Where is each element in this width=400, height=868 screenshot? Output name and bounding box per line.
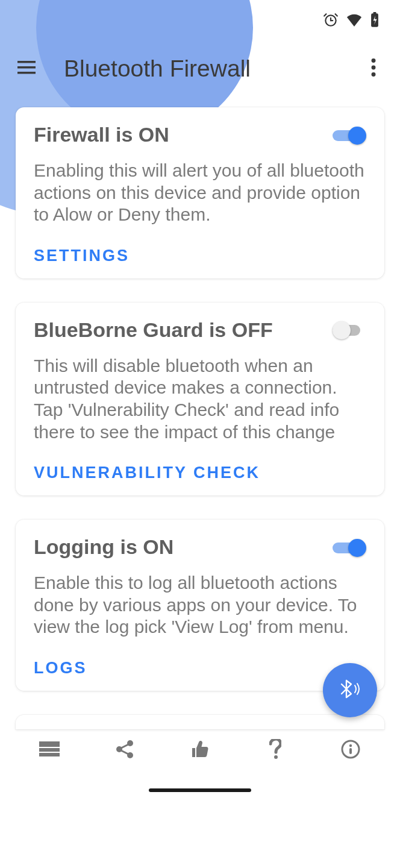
battery-charging-icon: [370, 12, 380, 28]
svg-point-8: [372, 66, 376, 70]
svg-rect-5: [17, 66, 36, 69]
gesture-bar: [149, 788, 251, 792]
nav-list-button[interactable]: [35, 736, 64, 765]
svg-point-18: [349, 744, 351, 747]
svg-point-16: [274, 755, 278, 759]
bluetooth-radar-fab[interactable]: [323, 663, 377, 717]
nav-info-button[interactable]: [336, 736, 365, 765]
logging-toggle[interactable]: [333, 538, 366, 557]
svg-rect-3: [373, 12, 377, 14]
svg-rect-10: [39, 741, 60, 747]
menu-button[interactable]: [12, 54, 41, 83]
bluetooth-broadcast-icon: [338, 677, 362, 703]
hamburger-icon: [17, 61, 36, 77]
logs-button[interactable]: LOGS: [34, 659, 366, 678]
more-vertical-icon: [371, 58, 376, 79]
svg-rect-4: [17, 61, 36, 63]
wifi-icon: [346, 13, 363, 27]
list-icon: [39, 741, 60, 760]
svg-rect-11: [39, 748, 60, 752]
nav-like-button[interactable]: [186, 736, 214, 765]
card-blueborne: BlueBorne Guard is OFF This will disable…: [16, 303, 384, 495]
alarm-icon: [323, 12, 339, 28]
app-bar: Bluetooth Firewall: [0, 40, 400, 98]
card-logging: Logging is ON Enable this to log all blu…: [16, 520, 384, 691]
overflow-menu-button[interactable]: [359, 54, 388, 83]
nav-help-button[interactable]: [261, 736, 290, 765]
svg-rect-19: [349, 748, 352, 754]
page-title: Bluetooth Firewall: [64, 55, 359, 82]
share-icon: [115, 740, 134, 761]
nav-share-button[interactable]: [110, 736, 139, 765]
card-title: Firewall is ON: [34, 123, 169, 146]
card-title: Logging is ON: [34, 535, 173, 559]
card-description: This will disable bluetooth when an untr…: [34, 355, 366, 443]
thumbs-up-icon: [190, 740, 210, 761]
svg-rect-6: [17, 72, 36, 74]
info-icon: [341, 740, 360, 761]
svg-point-9: [372, 72, 376, 77]
vulnerability-check-button[interactable]: VULNERABILITY CHECK: [34, 464, 366, 482]
blueborne-toggle[interactable]: [333, 320, 366, 339]
firewall-toggle[interactable]: [333, 125, 366, 145]
settings-button[interactable]: SETTINGS: [34, 247, 366, 265]
question-icon: [269, 739, 281, 762]
bottom-nav: [0, 728, 400, 773]
svg-point-7: [372, 58, 376, 63]
card-title: BlueBorne Guard is OFF: [34, 318, 273, 342]
card-description: Enabling this will alert you of all blue…: [34, 160, 366, 226]
card-description: Enable this to log all bluetooth actions…: [34, 572, 366, 638]
card-firewall: Firewall is ON Enabling this will alert …: [16, 107, 384, 278]
svg-rect-12: [39, 753, 60, 756]
next-card-peek: [16, 715, 384, 729]
